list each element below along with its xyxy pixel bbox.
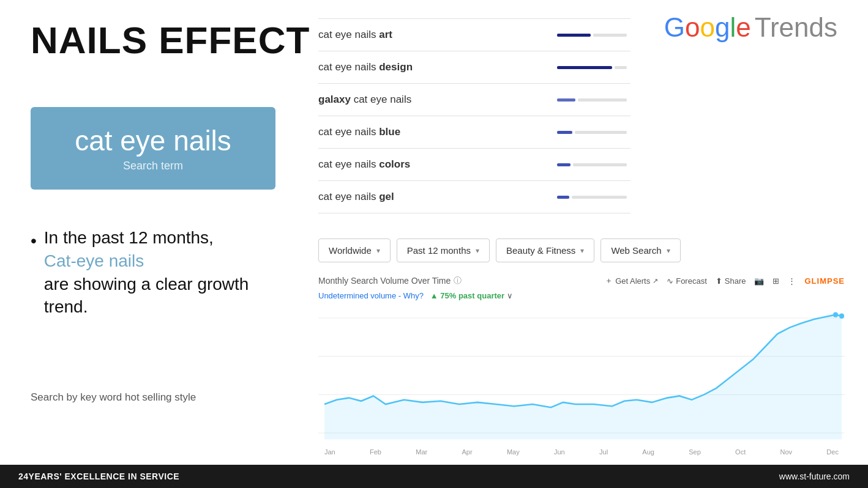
g2-letter: g xyxy=(715,12,730,42)
bar-bg xyxy=(573,163,627,166)
footer-tagline: 24YEARS' EXCELLENCE IN SERVICE xyxy=(18,471,179,481)
related-bold: art xyxy=(379,29,392,40)
trend-area xyxy=(324,315,842,440)
trend-chart-svg xyxy=(318,305,845,446)
filter-label: Web Search xyxy=(611,245,661,256)
bar-container xyxy=(557,131,630,134)
related-bold: colors xyxy=(379,158,410,170)
info-icon[interactable]: ⓘ xyxy=(454,275,462,286)
forecast-icon: ∿ xyxy=(667,276,673,286)
x-axis-label: Jan xyxy=(324,448,335,456)
footer-website: www.st-future.com xyxy=(779,471,850,481)
undetermined-link[interactable]: Undetermined volume - Why? xyxy=(318,291,424,300)
filter-btn-web-search[interactable]: Web Search▾ xyxy=(600,238,680,262)
forecast-btn[interactable]: ∿ Forecast xyxy=(667,276,707,286)
related-item: galaxy cat eye nails xyxy=(318,84,630,116)
chevron-down-icon: ▾ xyxy=(667,246,670,255)
google-logo-text: Google xyxy=(664,12,751,43)
bar-bg xyxy=(615,66,627,69)
x-axis-label: Nov xyxy=(780,448,792,456)
chevron-down-icon: ▾ xyxy=(376,246,380,255)
bar-fill xyxy=(557,34,591,37)
bar-bg xyxy=(578,98,627,102)
related-item-text: cat eye nails gel xyxy=(318,191,394,203)
bar-fill xyxy=(557,98,575,102)
more-btn[interactable]: ⋮ xyxy=(788,276,796,286)
bar-fill xyxy=(557,131,572,134)
filter-btn-past-12-months[interactable]: Past 12 months▾ xyxy=(397,238,490,262)
forecast-label: Forecast xyxy=(676,276,707,286)
chart-area xyxy=(318,305,845,446)
related-item: cat eye nails colors xyxy=(318,149,630,181)
get-alerts-label: Get Alerts xyxy=(615,276,650,286)
related-queries-list: cat eye nails artcat eye nails designgal… xyxy=(318,18,630,213)
camera-btn[interactable]: 📷 xyxy=(754,276,764,286)
related-item-text: cat eye nails design xyxy=(318,61,413,73)
search-term-main: cat eye nails xyxy=(75,124,231,157)
chart-section: Monthly Search Volume Over Time ⓘ ＋ Get … xyxy=(318,275,845,456)
x-axis-label: Dec xyxy=(826,448,839,456)
bar-container xyxy=(557,98,630,102)
bullet-text: In the past 12 months, Cat-eye nails are… xyxy=(44,226,294,319)
chart-actions: ＋ Get Alerts ↗ ∿ Forecast ⬆ Share 📷 ⊞ ⋮ … xyxy=(605,275,845,286)
bullet-suffix: are showing a clear growth trend. xyxy=(44,275,249,317)
plus-icon: ＋ xyxy=(605,275,613,286)
g-letter: G xyxy=(664,12,685,42)
bar-fill xyxy=(557,163,571,166)
bullet-item: • In the past 12 months, Cat-eye nails a… xyxy=(31,226,294,319)
get-alerts-btn[interactable]: ＋ Get Alerts ↗ xyxy=(605,275,658,286)
filter-btn-beauty-&-fitness[interactable]: Beauty & Fitness▾ xyxy=(496,238,594,262)
related-item: cat eye nails gel xyxy=(318,181,630,213)
trends-logo-text: Trends xyxy=(755,12,837,43)
search-term-sub: Search term xyxy=(123,160,183,172)
chevron-down-icon[interactable]: ∨ xyxy=(507,291,513,300)
x-axis-label: Jul xyxy=(599,448,608,456)
external-link-icon: ↗ xyxy=(653,277,658,285)
x-axis-label: Sep xyxy=(689,448,701,456)
x-axis-label: Jun xyxy=(554,448,565,456)
x-axis-labels: JanFebMarAprMayJunJulAugSepOctNovDec xyxy=(318,446,845,456)
table-btn[interactable]: ⊞ xyxy=(773,276,779,286)
related-item: cat eye nails design xyxy=(318,51,630,84)
trend-dot-1 xyxy=(833,312,838,317)
related-bold: gel xyxy=(379,191,394,202)
filters-row: Worldwide▾Past 12 months▾Beauty & Fitnes… xyxy=(318,238,681,262)
bar-bg xyxy=(575,131,627,134)
related-bold: design xyxy=(379,61,413,73)
related-bold: blue xyxy=(379,126,400,138)
related-item-text: cat eye nails blue xyxy=(318,126,400,138)
chevron-down-icon: ▾ xyxy=(476,246,479,255)
filter-label: Worldwide xyxy=(329,245,372,256)
filter-label: Beauty & Fitness xyxy=(506,245,575,256)
x-axis-label: Aug xyxy=(642,448,654,456)
share-btn[interactable]: ⬆ Share xyxy=(716,276,746,286)
bar-bg xyxy=(572,196,627,199)
related-item: cat eye nails art xyxy=(318,18,630,51)
bullet-prefix: In the past 12 months, xyxy=(44,228,214,247)
bar-container xyxy=(557,66,630,69)
x-axis-label: Feb xyxy=(370,448,381,456)
keyword-note: Search by key word hot selling style xyxy=(31,391,196,404)
bar-container xyxy=(557,196,630,199)
trend-dot-2 xyxy=(839,314,844,319)
related-item-text: galaxy cat eye nails xyxy=(318,94,411,106)
o1-letter: o xyxy=(685,12,700,42)
bar-bg xyxy=(593,34,627,37)
l-letter: l xyxy=(730,12,736,42)
glimpse-badge: GLIMPSE xyxy=(804,276,845,286)
x-axis-label: Oct xyxy=(735,448,746,456)
e-letter: e xyxy=(736,12,750,42)
filter-label: Past 12 months xyxy=(407,245,471,256)
x-axis-label: Mar xyxy=(416,448,427,456)
bullet-dot: • xyxy=(31,229,37,253)
footer: 24YEARS' EXCELLENCE IN SERVICE www.st-fu… xyxy=(0,465,868,488)
related-item-text: cat eye nails art xyxy=(318,29,392,41)
share-label: Share xyxy=(725,276,746,286)
chevron-down-icon: ▾ xyxy=(580,246,584,255)
related-item-text: cat eye nails colors xyxy=(318,158,410,171)
chart-title-text: Monthly Search Volume Over Time xyxy=(318,276,451,286)
page-title: NAILS EFFECT xyxy=(31,18,310,62)
upload-icon: ⬆ xyxy=(716,276,722,286)
search-term-badge: cat eye nails Search term xyxy=(31,107,275,190)
filter-btn-worldwide[interactable]: Worldwide▾ xyxy=(318,238,391,262)
